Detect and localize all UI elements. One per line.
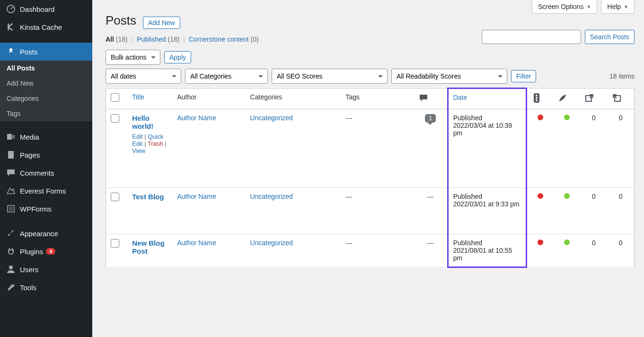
row-checkbox[interactable] (111, 114, 119, 123)
categories-select[interactable]: All Categories (185, 69, 268, 84)
apply-button[interactable]: Apply (164, 51, 191, 63)
col-tags[interactable]: Tags (341, 89, 414, 109)
comment-icon (6, 168, 16, 178)
submenu-all-posts[interactable]: All Posts (0, 61, 92, 76)
menu-posts[interactable]: Posts (0, 43, 92, 61)
readability-dot (564, 115, 570, 120)
media-icon (6, 132, 16, 142)
main-content: Screen Options▼ Help▼ Posts Add New All … (92, 0, 644, 337)
date-value: 2022/03/04 at 10:39 pm (453, 122, 512, 137)
col-incoming-links[interactable] (607, 89, 634, 109)
link-out-icon (585, 93, 594, 103)
menu-dashboard[interactable]: Dashboard (0, 0, 92, 18)
menu-label: Dashboard (20, 5, 54, 13)
svg-point-12 (536, 99, 538, 101)
action-view[interactable]: View (132, 147, 145, 154)
wrench-icon (6, 282, 16, 293)
search-button[interactable]: Search Posts (585, 30, 635, 44)
filter-cornerstone[interactable]: Cornerstone content (0) (189, 35, 259, 43)
pin-icon (6, 46, 16, 57)
form-icon (6, 204, 16, 214)
action-edit[interactable]: Edit (132, 133, 142, 140)
menu-label: Users (20, 266, 38, 274)
svg-rect-3 (8, 151, 14, 159)
submenu-categories[interactable]: Categories (0, 91, 92, 106)
post-title-link[interactable]: Hello world! (132, 114, 153, 130)
row-checkbox[interactable] (111, 239, 119, 248)
menu-label: Posts (20, 48, 38, 56)
menu-label: Appearance (20, 230, 58, 238)
menu-wpforms[interactable]: WPForms (0, 200, 92, 218)
menu-comments[interactable]: Comments (0, 164, 92, 182)
filter-all[interactable]: All (18) (106, 35, 128, 43)
incoming-count: 0 (619, 193, 623, 200)
col-title[interactable]: Title (132, 93, 144, 101)
menu-appearance[interactable]: Appearance (0, 224, 92, 242)
submenu-tags[interactable]: Tags (0, 106, 92, 121)
everest-icon (6, 186, 16, 196)
outgoing-count: 0 (592, 239, 596, 247)
menu-plugins[interactable]: Plugins 4 (0, 242, 92, 260)
submenu-add-new[interactable]: Add New (0, 76, 92, 91)
col-categories[interactable]: Categories (246, 89, 341, 109)
category-link[interactable]: Uncategorized (250, 114, 293, 122)
col-date[interactable]: Date (453, 94, 468, 101)
menu-label: Pages (20, 151, 40, 159)
category-link[interactable]: Uncategorized (250, 193, 293, 200)
seo-dot (538, 239, 543, 245)
menu-users[interactable]: Users (0, 260, 92, 278)
menu-pages[interactable]: Pages (0, 146, 92, 164)
author-link[interactable]: Author Name (177, 193, 216, 200)
category-link[interactable]: Uncategorized (250, 239, 293, 247)
admin-sidebar: Dashboard Kinsta Cache Posts All Posts A… (0, 0, 92, 337)
action-trash[interactable]: Trash (148, 140, 163, 147)
col-comments[interactable] (414, 89, 448, 109)
outgoing-count: 0 (592, 193, 596, 200)
menu-tools[interactable]: Tools (0, 278, 92, 296)
seo-select[interactable]: All SEO Scores (272, 69, 388, 84)
date-value: 2022/03/01 at 9:33 pm (453, 200, 520, 208)
tags-cell: — (346, 114, 353, 122)
dates-select[interactable]: All dates (106, 69, 181, 84)
svg-rect-2 (12, 135, 15, 139)
readability-select[interactable]: All Readability Scores (391, 69, 507, 84)
search-input[interactable] (482, 30, 581, 44)
page-icon (6, 150, 16, 160)
post-title-link[interactable]: New Blog Post (132, 239, 164, 255)
comment-count-bubble[interactable]: 1 (425, 114, 436, 123)
tags-cell: — (346, 193, 353, 200)
author-link[interactable]: Author Name (177, 114, 216, 122)
svg-point-10 (536, 95, 538, 97)
author-link[interactable]: Author Name (177, 239, 216, 247)
traffic-light-icon (532, 93, 541, 103)
col-author[interactable]: Author (172, 89, 245, 109)
row-checkbox[interactable] (111, 193, 119, 201)
outgoing-count: 0 (592, 114, 596, 122)
plug-icon (6, 246, 16, 257)
plugin-count-badge: 4 (46, 248, 55, 255)
add-new-button[interactable]: Add New (143, 17, 180, 29)
posts-table: Title Author Categories Tags Date Hello … (106, 88, 635, 268)
incoming-count: 0 (619, 114, 623, 122)
posts-submenu: All Posts Add New Categories Tags (0, 61, 92, 121)
svg-rect-1 (7, 134, 12, 140)
bulk-actions-select[interactable]: Bulk actions (106, 50, 160, 65)
brush-icon (6, 228, 16, 239)
date-status: Published (453, 114, 483, 122)
screen-options-tab[interactable]: Screen Options▼ (532, 0, 597, 14)
menu-label: WPForms (20, 205, 52, 213)
select-all-checkbox[interactable] (111, 93, 119, 102)
menu-everest[interactable]: Everest Forms (0, 182, 92, 200)
filter-published[interactable]: Published (18) (137, 35, 179, 43)
col-outgoing-links[interactable] (580, 89, 607, 109)
col-seo-score[interactable] (526, 89, 553, 109)
page-title: Posts (106, 13, 136, 28)
row-actions: Edit | Quick Edit | Trash | View (132, 133, 168, 154)
chevron-down-icon: ▼ (586, 4, 591, 9)
menu-kinsta[interactable]: Kinsta Cache (0, 18, 92, 36)
menu-media[interactable]: Media (0, 128, 92, 146)
filter-button[interactable]: Filter (511, 70, 536, 82)
post-title-link[interactable]: Test Blog (132, 193, 164, 201)
help-tab[interactable]: Help▼ (601, 0, 635, 14)
col-readability[interactable] (553, 89, 580, 109)
